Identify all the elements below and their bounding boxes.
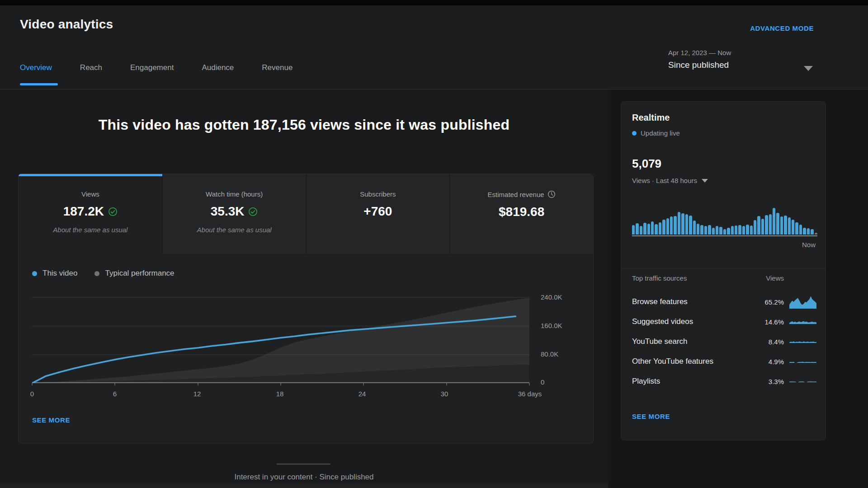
x-axis-label: 6 <box>113 390 117 398</box>
x-axis-label: 18 <box>276 390 284 398</box>
analytics-header: Video analytics ADVANCED MODE Overview R… <box>0 5 868 89</box>
x-axis-label: 30 <box>441 390 448 398</box>
realtime-bar <box>719 227 722 235</box>
traffic-row-suggested-videos: Suggested videos 14.6% <box>632 313 816 330</box>
x-axis-tick <box>363 383 364 385</box>
chevron-down-icon <box>804 66 813 71</box>
traffic-sparkline <box>788 380 816 382</box>
legend-typical-performance: Typical performance <box>94 269 174 278</box>
x-axis-tick <box>529 383 530 385</box>
metric-card-subscribers[interactable]: Subscribers +760 <box>306 174 450 255</box>
metric-label: Watch time (hours) <box>163 190 306 198</box>
see-more-link[interactable]: SEE MORE <box>32 416 70 424</box>
clock-icon <box>547 190 556 198</box>
legend-dot-blue <box>32 271 37 276</box>
realtime-sidebar: Realtime Updating live 5,079 Views · Las… <box>608 89 868 488</box>
realtime-bar <box>700 225 703 235</box>
realtime-bar <box>632 225 635 235</box>
x-axis-label: 12 <box>193 390 201 398</box>
realtime-bar <box>795 222 798 235</box>
chevron-down-icon <box>702 179 708 183</box>
metric-label: Estimated revenue <box>450 190 593 198</box>
realtime-bar <box>784 216 787 235</box>
realtime-views-dropdown[interactable]: Views · Last 48 hours <box>632 177 708 184</box>
realtime-card: Realtime Updating live 5,079 Views · Las… <box>621 101 826 441</box>
realtime-bar <box>723 229 726 235</box>
realtime-bar <box>803 228 806 235</box>
y-axis-label: 160.0K <box>541 322 562 329</box>
tab-revenue[interactable]: Revenue <box>262 63 292 79</box>
traffic-table-header: Top traffic sources Views <box>632 274 816 282</box>
realtime-bar <box>754 220 756 235</box>
views-line-chart <box>32 292 529 383</box>
realtime-status: Updating live <box>632 129 680 137</box>
section-divider <box>277 464 330 465</box>
date-preset-text: Since published <box>668 60 817 70</box>
next-section-caption: Interest in your content · Since publish… <box>0 473 608 482</box>
realtime-bar <box>712 228 715 235</box>
metric-label: Views <box>19 190 162 198</box>
live-dot-icon <box>632 131 637 136</box>
x-axis-label: 0 <box>30 390 34 398</box>
metric-value: $819.68 <box>450 205 593 219</box>
page-title: Video analytics <box>20 17 113 32</box>
overview-main-region: This video has gotten 187,156 views sinc… <box>0 89 608 488</box>
realtime-bar <box>735 225 737 235</box>
realtime-bar <box>659 222 661 235</box>
tab-engagement[interactable]: Engagement <box>130 63 174 79</box>
x-axis-label: 36 days <box>518 390 542 398</box>
window-top-strip <box>0 0 868 5</box>
x-axis-label: 24 <box>359 390 366 398</box>
metric-note: About the same as usual <box>19 226 162 234</box>
traffic-row-playlists: Playlists 3.3% <box>632 373 816 390</box>
realtime-bar <box>811 229 813 235</box>
realtime-see-more-link[interactable]: SEE MORE <box>632 413 670 420</box>
metric-value: +760 <box>307 204 450 219</box>
realtime-bar <box>647 224 650 235</box>
metric-card-estimated-revenue[interactable]: Estimated revenue $819.68 <box>449 174 593 255</box>
realtime-bar <box>674 216 676 235</box>
x-axis-tick <box>446 383 447 385</box>
realtime-bar <box>693 221 696 235</box>
realtime-bar <box>792 220 794 235</box>
date-range-text: Apr 12, 2023 — Now <box>668 49 817 56</box>
realtime-bar <box>689 216 692 235</box>
traffic-row-youtube-search: YouTube search 8.4% <box>632 333 816 350</box>
x-axis-tick <box>32 383 33 385</box>
y-axis-label: 80.0K <box>541 350 558 358</box>
realtime-bar <box>697 224 699 235</box>
metric-card-views[interactable]: Views 187.2K About the same as usual <box>19 174 162 255</box>
tab-reach[interactable]: Reach <box>80 63 102 79</box>
realtime-bar <box>640 226 642 235</box>
advanced-mode-button[interactable]: ADVANCED MODE <box>750 24 814 32</box>
realtime-bar <box>678 212 680 235</box>
realtime-bar <box>651 221 654 235</box>
key-metrics-card: Views 187.2K About the same as usual Wat… <box>18 174 594 444</box>
check-circle-icon <box>248 207 258 216</box>
legend-this-video: This video <box>32 269 77 278</box>
metric-note: About the same as usual <box>163 226 306 234</box>
traffic-row-browse-features: Browse features 65.2% <box>632 293 816 310</box>
legend-dot-gray <box>94 271 99 276</box>
x-axis-tick <box>198 383 198 385</box>
realtime-bar <box>704 226 707 235</box>
x-axis-tick <box>114 383 115 385</box>
active-tab-underline <box>20 83 58 85</box>
realtime-now-label: Now <box>802 241 816 249</box>
realtime-bar <box>799 225 802 235</box>
realtime-bar <box>750 225 753 235</box>
date-range-selector[interactable]: Apr 12, 2023 — Now Since published <box>668 49 817 70</box>
realtime-bar <box>769 214 772 235</box>
realtime-bar <box>662 220 665 235</box>
tab-audience[interactable]: Audience <box>202 63 234 79</box>
realtime-bar <box>815 233 817 235</box>
check-circle-icon <box>108 207 118 216</box>
realtime-bar <box>655 224 657 235</box>
metric-card-watch-time[interactable]: Watch time (hours) 35.3K About the same … <box>162 174 306 255</box>
next-card-edge <box>0 484 608 488</box>
realtime-bar <box>681 213 684 235</box>
tab-overview[interactable]: Overview <box>20 63 52 79</box>
realtime-bar <box>746 225 749 235</box>
realtime-bar <box>807 228 810 235</box>
metric-label: Subscribers <box>307 190 450 198</box>
